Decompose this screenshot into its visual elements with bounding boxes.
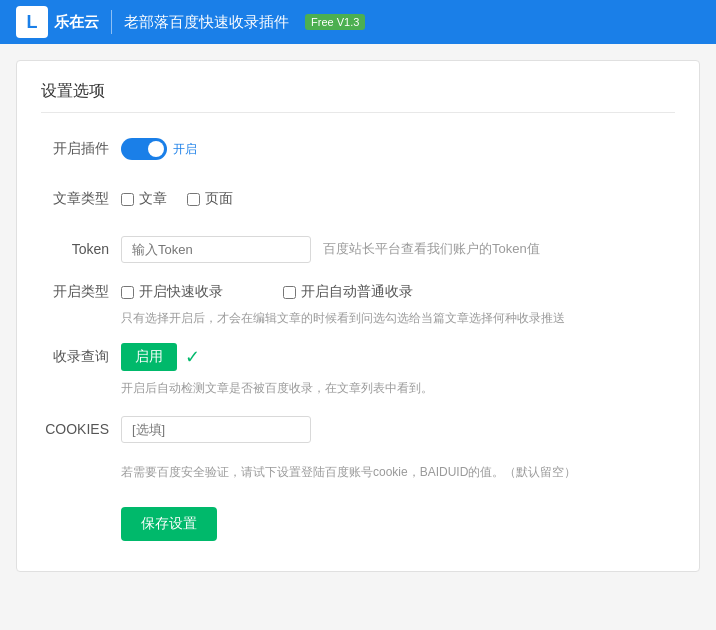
enable-type-label: 开启类型 [41,283,121,301]
collection-query-row: 收录查询 启用 ✓ [41,343,675,371]
save-button[interactable]: 保存设置 [121,507,217,541]
cookies-input[interactable] [121,416,311,443]
article-type-row: 文章类型 文章 页面 [41,183,675,215]
fast-collect-label: 开启快速收录 [139,283,223,301]
enable-button[interactable]: 启用 [121,343,177,371]
collection-query-label: 收录查询 [41,348,121,366]
header-divider [111,10,112,34]
fast-collect-checkbox[interactable] [121,286,134,299]
page-checkbox[interactable] [187,193,200,206]
plugin-enable-row: 开启插件 开启 [41,133,675,165]
cookies-row: COOKIES [41,413,675,445]
brand-name: 乐在云 [54,13,99,32]
token-input[interactable] [121,236,311,263]
toggle-on-label: 开启 [173,141,197,158]
check-icon: ✓ [185,346,200,368]
article-checkbox[interactable] [121,193,134,206]
enable-type-row: 开启类型 开启快速收录 开启自动普通收录 [41,283,675,301]
plugin-toggle[interactable] [121,138,167,160]
auto-collect-label: 开启自动普通收录 [301,283,413,301]
plugin-label: 开启插件 [41,140,121,158]
header-badge: Free V1.3 [305,14,365,30]
page-checkbox-label: 页面 [205,190,233,208]
logo: L 乐在云 [16,6,99,38]
logo-icon: L [16,6,48,38]
header: L 乐在云 老部落百度快速收录插件 Free V1.3 [0,0,716,44]
article-checkbox-item: 文章 [121,190,167,208]
article-checkbox-label: 文章 [139,190,167,208]
auto-collect-item: 开启自动普通收录 [283,283,413,301]
cookies-label: COOKIES [41,421,121,437]
collection-hint: 开启后自动检测文章是否被百度收录，在文章列表中看到。 [121,379,675,397]
auto-collect-checkbox[interactable] [283,286,296,299]
page-title: 设置选项 [41,81,675,113]
token-row: Token 百度站长平台查看我们账户的Token值 [41,233,675,265]
cookies-hint: 若需要百度安全验证，请试下设置登陆百度账号cookie，BAIDUID的值。（默… [121,463,675,481]
page-checkbox-item: 页面 [187,190,233,208]
article-type-label: 文章类型 [41,190,121,208]
token-hint: 百度站长平台查看我们账户的Token值 [323,240,540,258]
enable-hint: 只有选择开启后，才会在编辑文章的时候看到问选勾选给当篇文章选择何种收录推送 [121,309,675,327]
header-title: 老部落百度快速收录插件 [124,13,289,32]
token-label: Token [41,241,121,257]
main-content: 设置选项 开启插件 开启 文章类型 文章 页面 Token 百度站长平台查看我们… [16,60,700,572]
toggle-slider [121,138,167,160]
fast-collect-item: 开启快速收录 [121,283,223,301]
